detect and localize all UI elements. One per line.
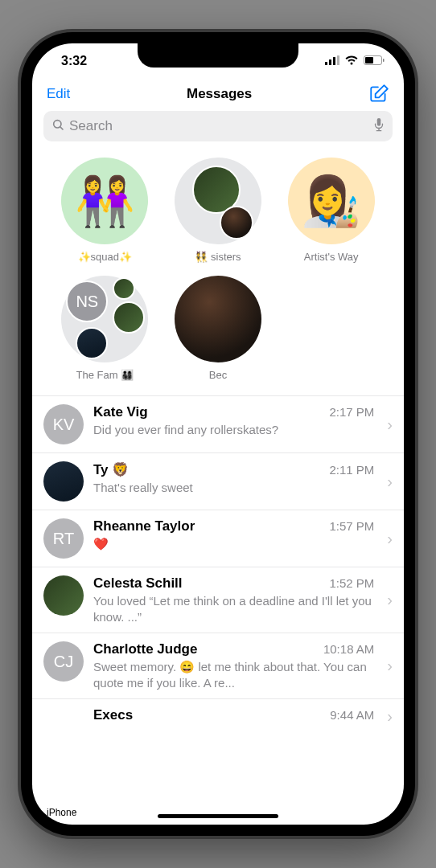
watermark: iPhone [47,807,76,818]
pinned-item-sisters[interactable]: 👯 sisters [165,158,272,263]
two-girls-icon: 👭 [75,173,135,230]
pinned-label: 👯 sisters [195,251,241,263]
conversation-row[interactable]: KV Kate Vig 2:17 PM Did you ever find an… [32,395,404,452]
conversation-time: 9:44 AM [330,708,374,722]
conversation-row[interactable]: Ty 🦁 2:11 PM That's really sweet › [32,452,404,510]
pinned-label: The Fam 👨‍👩‍👧‍👦 [76,369,134,381]
conversation-time: 1:52 PM [329,576,374,590]
dictation-icon[interactable] [373,117,385,135]
chevron-right-icon: › [387,473,393,491]
conversation-name: Ty 🦁 [93,461,129,478]
notch [138,43,298,68]
chevron-right-icon: › [387,530,393,548]
conversation-name: Kate Vig [93,404,148,420]
pinned-avatar [175,158,261,244]
pinned-avatar: NS [61,276,148,362]
status-time: 3:32 [51,54,87,68]
conversation-name: Execs [93,707,133,723]
avatar-initials: CJ [43,641,84,682]
conversation-name: Rheanne Taylor [93,518,195,534]
pinned-avatar: 👭 [61,158,148,244]
avatar-initials: RT [43,518,84,559]
svg-rect-0 [325,62,327,65]
battery-icon [364,54,385,68]
pinned-item-bec[interactable]: Bec [165,276,272,381]
conversation-row[interactable]: Celesta Schill 1:52 PM You loved “Let me… [32,567,404,633]
home-indicator[interactable] [158,814,278,818]
pinned-avatar: 👩‍🎨 [288,158,375,244]
chevron-right-icon: › [387,416,393,434]
conversation-name: Charlotte Judge [93,641,197,657]
pinned-conversations: 👭 ✨squad✨ 👯 sisters 👩‍🎨 Artist's Way [32,151,404,395]
conversation-preview: Sweet memory. 😄 let me think about that.… [93,659,374,690]
chevron-right-icon: › [387,707,393,726]
svg-rect-1 [329,59,331,65]
conversation-time: 2:17 PM [329,405,374,419]
chevron-right-icon: › [387,657,393,675]
svg-line-8 [60,127,63,129]
screen: 3:32 Edit Messages [32,43,404,825]
search-icon [51,118,64,134]
conversation-time: 10:18 AM [323,642,374,656]
pinned-item-the-fam[interactable]: NS The Fam 👨‍👩‍👧‍👦 [51,276,158,381]
phone-frame: 3:32 Edit Messages [21,32,415,836]
page-title: Messages [187,86,252,102]
conversation-list[interactable]: KV Kate Vig 2:17 PM Did you ever find an… [32,395,404,825]
conversation-row[interactable]: RT Rheanne Taylor 1:57 PM ❤️ › [32,510,404,567]
svg-rect-2 [333,57,335,65]
conversation-preview: Did you ever find any rollerskates? [93,422,374,438]
compose-button[interactable] [368,84,389,104]
svg-rect-5 [365,57,373,63]
pinned-label: Bec [209,369,227,381]
pinned-avatar [175,276,261,362]
search-input[interactable] [69,118,373,134]
pinned-item-squad[interactable]: 👭 ✨squad✨ [51,158,158,263]
svg-rect-3 [337,55,339,65]
svg-rect-9 [377,118,381,126]
conversation-preview: You loved “Let me think on a deadline an… [93,593,374,624]
search-bar[interactable] [43,111,393,141]
wifi-icon [344,54,359,68]
avatar-photo [43,461,84,502]
avatar-photo [43,575,84,616]
conversation-preview: ❤️ [93,536,374,552]
messages-header: Edit Messages [32,79,404,111]
cellular-icon [325,54,339,68]
conversation-name: Celesta Schill [93,575,183,592]
conversation-row[interactable]: Execs 9:44 AM › [32,698,404,726]
edit-button[interactable]: Edit [47,86,70,102]
svg-rect-6 [383,59,385,62]
pinned-label: Artist's Way [304,251,359,263]
pinned-item-artists-way[interactable]: 👩‍🎨 Artist's Way [278,158,385,263]
chevron-right-icon: › [387,591,393,609]
avatar-initials: KV [43,404,84,444]
conversation-row[interactable]: CJ Charlotte Judge 10:18 AM Sweet memory… [32,633,404,698]
conversation-preview: That's really sweet [93,480,374,496]
conversation-time: 2:11 PM [329,463,374,477]
pinned-label: ✨squad✨ [78,251,132,263]
conversation-time: 1:57 PM [329,519,374,533]
artist-icon: 👩‍🎨 [301,173,361,230]
